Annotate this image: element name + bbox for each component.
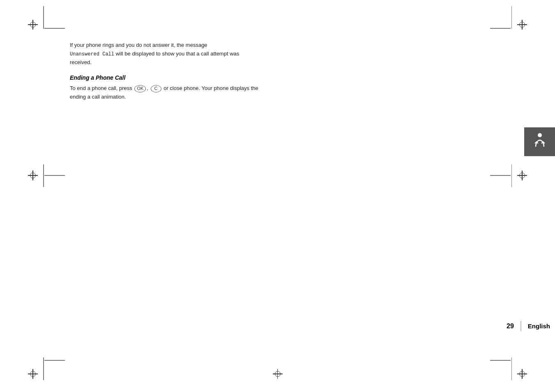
badge-icon	[531, 131, 549, 153]
hline-mid-left	[44, 175, 65, 176]
main-content: If your phone rings and you do not answe…	[70, 41, 485, 326]
svg-point-0	[538, 133, 542, 137]
vline-mid-left	[43, 164, 44, 187]
body-text: To end a phone call, press OK, C or clos…	[70, 84, 259, 101]
reg-mark-top-right	[517, 20, 527, 30]
hline-mid-right	[490, 175, 511, 176]
vline-top-right	[511, 6, 512, 29]
page-number: 29	[507, 323, 514, 330]
ok-button-indicator: OK	[134, 85, 146, 92]
vline-bot-left	[43, 357, 44, 380]
hline-bot-right	[490, 360, 511, 361]
monospace-term: Unanswered Call	[70, 51, 114, 57]
intro-paragraph: If your phone rings and you do not answe…	[70, 41, 259, 67]
vline-mid-right	[511, 164, 512, 187]
reg-mark-mid-left	[28, 171, 38, 180]
hline-bot-left	[44, 360, 65, 361]
c-button-indicator: C	[151, 85, 161, 92]
side-badge	[524, 127, 555, 156]
hline-top-right	[490, 28, 511, 29]
reg-mark-mid-right	[517, 171, 527, 180]
page-container: If your phone rings and you do not answe…	[0, 0, 555, 392]
section-heading: Ending a Phone Call	[70, 74, 485, 81]
vline-bot-right	[511, 357, 512, 380]
reg-mark-bot-right	[517, 369, 527, 379]
footer-bar: 29 English	[507, 321, 555, 331]
hline-top-left	[44, 28, 65, 29]
vline-top-left	[43, 6, 44, 29]
reg-mark-bot-left	[28, 369, 38, 379]
reg-mark-top-left	[28, 20, 38, 30]
language-label: English	[520, 321, 555, 331]
reg-mark-bot-center	[273, 369, 283, 379]
